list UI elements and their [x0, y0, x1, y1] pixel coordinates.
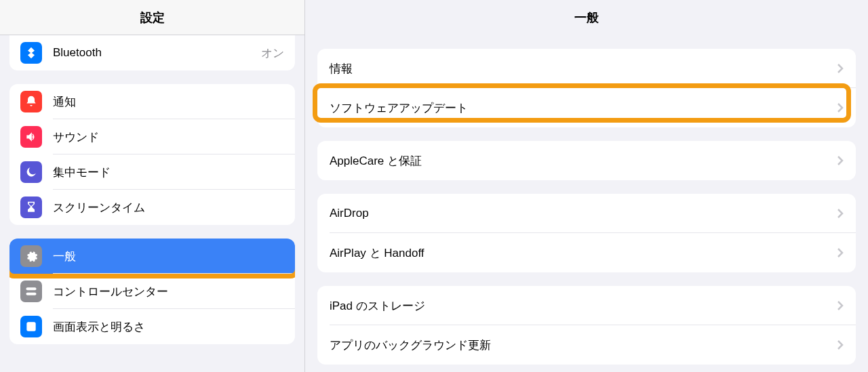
settings-sidebar: 設定 Bluetooth オン 通知: [0, 0, 305, 372]
sidebar-item-controlcenter[interactable]: コントロールセンター: [9, 274, 295, 309]
sidebar-item-notifications[interactable]: 通知: [9, 84, 295, 119]
detail-item-applecare[interactable]: AppleCare と保証: [317, 141, 856, 180]
sidebar-header: 設定: [0, 0, 304, 35]
chevron-right-icon: [837, 63, 844, 74]
chevron-right-icon: [837, 155, 844, 166]
chevron-right-icon: [837, 300, 844, 311]
detail-section-info: 情報 ソフトウェアアップデート: [317, 49, 856, 127]
chevron-right-icon: [837, 247, 844, 258]
bluetooth-status: オン: [261, 45, 284, 61]
gear-icon: [20, 245, 42, 267]
detail-content: 情報 ソフトウェアアップデート AppleCare と保証 AirDrop Ai…: [305, 35, 868, 365]
detail-item-softwareupdate[interactable]: ソフトウェアアップデート: [317, 88, 856, 127]
sidebar-section-connectivity: Bluetooth オン: [9, 35, 295, 70]
detail-section-storage: iPad のストレージ アプリのバックグラウンド更新: [317, 286, 856, 365]
speaker-icon: [20, 126, 42, 148]
about-label: 情報: [330, 61, 837, 77]
detail-item-backgroundrefresh[interactable]: アプリのバックグラウンド更新: [317, 325, 856, 365]
sidebar-item-display[interactable]: AA 画面表示と明るさ: [9, 309, 295, 344]
svg-point-3: [33, 293, 35, 295]
sidebar-title: 設定: [140, 9, 165, 26]
screentime-label: スクリーンタイム: [53, 200, 284, 215]
detail-title: 一般: [574, 9, 599, 26]
softwareupdate-label: ソフトウェアアップデート: [330, 100, 837, 116]
focus-label: 集中モード: [53, 165, 284, 180]
detail-pane: 一般 情報 ソフトウェアアップデート AppleCare と保証 AirDrop: [305, 0, 868, 372]
sidebar-item-sounds[interactable]: サウンド: [9, 119, 295, 154]
hourglass-icon: [20, 197, 42, 218]
sounds-label: サウンド: [53, 129, 284, 145]
general-label: 一般: [53, 249, 284, 264]
bell-icon: [20, 91, 42, 112]
svg-text:AA: AA: [27, 323, 35, 330]
detail-item-airdrop[interactable]: AirDrop: [317, 194, 856, 233]
chevron-right-icon: [837, 339, 844, 350]
sidebar-content: Bluetooth オン 通知 サウンド 集中: [0, 35, 304, 344]
chevron-right-icon: [837, 102, 844, 113]
backgroundrefresh-label: アプリのバックグラウンド更新: [330, 337, 837, 353]
detail-section-air: AirDrop AirPlay と Handoff: [317, 194, 856, 272]
display-label: 画面表示と明るさ: [53, 319, 284, 335]
notifications-label: 通知: [53, 94, 284, 110]
sidebar-item-bluetooth[interactable]: Bluetooth オン: [9, 35, 295, 70]
applecare-label: AppleCare と保証: [330, 153, 837, 169]
moon-icon: [20, 161, 42, 183]
bluetooth-icon: [20, 42, 42, 64]
chevron-right-icon: [837, 208, 844, 219]
detail-item-airplay[interactable]: AirPlay と Handoff: [317, 233, 856, 272]
sidebar-item-general[interactable]: 一般: [9, 239, 295, 274]
sidebar-section-system: 一般 コントロールセンター AA 画面表示と明るさ: [9, 239, 295, 344]
detail-item-storage[interactable]: iPad のストレージ: [317, 286, 856, 325]
detail-section-applecare: AppleCare と保証: [317, 141, 856, 180]
sidebar-item-focus[interactable]: 集中モード: [9, 154, 295, 190]
detail-header: 一般: [305, 0, 868, 35]
detail-item-about[interactable]: 情報: [317, 49, 856, 88]
sidebar-section-alerts: 通知 サウンド 集中モード スクリーンタイム: [9, 84, 295, 225]
storage-label: iPad のストレージ: [330, 298, 837, 314]
airplay-label: AirPlay と Handoff: [330, 245, 837, 261]
controlcenter-label: コントロールセンター: [53, 284, 284, 299]
sidebar-item-screentime[interactable]: スクリーンタイム: [9, 190, 295, 225]
svg-point-2: [28, 288, 30, 290]
brightness-icon: AA: [20, 316, 42, 337]
bluetooth-label: Bluetooth: [53, 46, 261, 60]
toggles-icon: [20, 281, 42, 302]
airdrop-label: AirDrop: [330, 207, 837, 220]
